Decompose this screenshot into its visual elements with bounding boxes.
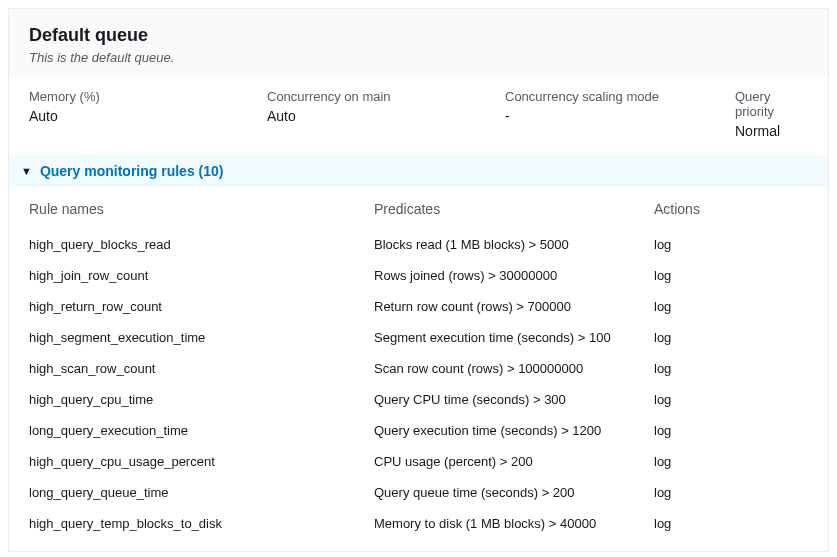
rule-action: log xyxy=(654,392,808,407)
rule-name: high_query_blocks_read xyxy=(29,237,374,252)
table-row: high_scan_row_count Scan row count (rows… xyxy=(9,353,828,384)
table-row: high_query_cpu_usage_percent CPU usage (… xyxy=(9,446,828,477)
rules-expand-label: Query monitoring rules (10) xyxy=(40,163,224,179)
property-query-priority: Query priority Normal xyxy=(735,89,808,139)
rule-action: log xyxy=(654,516,808,531)
rule-name: long_query_queue_time xyxy=(29,485,374,500)
rule-action: log xyxy=(654,423,808,438)
rule-predicate: Query queue time (seconds) > 200 xyxy=(374,485,654,500)
table-row: high_segment_execution_time Segment exec… xyxy=(9,322,828,353)
rule-action: log xyxy=(654,485,808,500)
rule-name: long_query_execution_time xyxy=(29,423,374,438)
rules-header-action: Actions xyxy=(654,201,808,217)
rules-expand-toggle[interactable]: ▼ Query monitoring rules (10) xyxy=(9,155,828,187)
table-row: long_query_queue_time Query queue time (… xyxy=(9,477,828,508)
table-row: high_query_blocks_read Blocks read (1 MB… xyxy=(9,229,828,260)
queue-properties: Memory (%) Auto Concurrency on main Auto… xyxy=(9,77,828,155)
property-label: Memory (%) xyxy=(29,89,267,104)
rules-header-predicate: Predicates xyxy=(374,201,654,217)
rule-predicate: Query CPU time (seconds) > 300 xyxy=(374,392,654,407)
rule-name: high_query_cpu_time xyxy=(29,392,374,407)
rule-action: log xyxy=(654,268,808,283)
rule-predicate: Blocks read (1 MB blocks) > 5000 xyxy=(374,237,654,252)
rule-name: high_query_cpu_usage_percent xyxy=(29,454,374,469)
queue-header: Default queue This is the default queue. xyxy=(9,9,828,77)
property-value: Auto xyxy=(267,108,505,124)
queue-subtitle: This is the default queue. xyxy=(29,50,808,65)
rule-predicate: CPU usage (percent) > 200 xyxy=(374,454,654,469)
queue-title: Default queue xyxy=(29,25,808,46)
property-concurrency-main: Concurrency on main Auto xyxy=(267,89,505,139)
table-row: high_join_row_count Rows joined (rows) >… xyxy=(9,260,828,291)
rule-predicate: Memory to disk (1 MB blocks) > 40000 xyxy=(374,516,654,531)
rules-body: high_query_blocks_read Blocks read (1 MB… xyxy=(9,225,828,551)
property-memory: Memory (%) Auto xyxy=(29,89,267,139)
table-row: high_query_cpu_time Query CPU time (seco… xyxy=(9,384,828,415)
rule-name: high_segment_execution_time xyxy=(29,330,374,345)
rule-predicate: Segment execution time (seconds) > 100 xyxy=(374,330,654,345)
property-label: Concurrency scaling mode xyxy=(505,89,735,104)
rule-action: log xyxy=(654,237,808,252)
property-value: - xyxy=(505,108,735,124)
property-concurrency-scaling: Concurrency scaling mode - xyxy=(505,89,735,139)
rule-action: log xyxy=(654,330,808,345)
queue-panel: Default queue This is the default queue.… xyxy=(8,8,829,552)
rule-action: log xyxy=(654,299,808,314)
rule-predicate: Return row count (rows) > 700000 xyxy=(374,299,654,314)
rule-predicate: Scan row count (rows) > 100000000 xyxy=(374,361,654,376)
rule-name: high_return_row_count xyxy=(29,299,374,314)
rule-action: log xyxy=(654,361,808,376)
property-value: Auto xyxy=(29,108,267,124)
caret-down-icon: ▼ xyxy=(21,165,32,177)
rule-name: high_join_row_count xyxy=(29,268,374,283)
property-label: Concurrency on main xyxy=(267,89,505,104)
rule-predicate: Rows joined (rows) > 30000000 xyxy=(374,268,654,283)
table-row: high_query_temp_blocks_to_disk Memory to… xyxy=(9,508,828,539)
property-value: Normal xyxy=(735,123,808,139)
rules-header-name: Rule names xyxy=(29,201,374,217)
rule-name: high_scan_row_count xyxy=(29,361,374,376)
rule-name: high_query_temp_blocks_to_disk xyxy=(29,516,374,531)
property-label: Query priority xyxy=(735,89,808,119)
rule-action: log xyxy=(654,454,808,469)
table-row: high_return_row_count Return row count (… xyxy=(9,291,828,322)
rules-header-row: Rule names Predicates Actions xyxy=(9,187,828,225)
rule-predicate: Query execution time (seconds) > 1200 xyxy=(374,423,654,438)
table-row: long_query_execution_time Query executio… xyxy=(9,415,828,446)
